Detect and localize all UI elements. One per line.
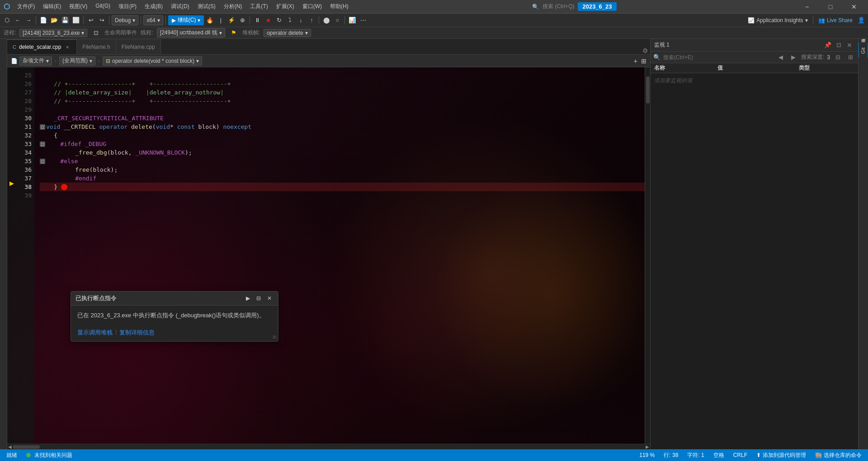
menu-project[interactable]: 项目(P): [115, 2, 140, 11]
frame-dropdown[interactable]: operator delete ▾: [264, 29, 311, 37]
thread-flag-icon[interactable]: ⚑: [229, 28, 239, 38]
tab-delete-scalar[interactable]: C delete_scalar.cpp ✕: [7, 39, 77, 54]
editor-hscrollbar[interactable]: ◀ ▶: [7, 444, 650, 449]
restart-icon[interactable]: ↻: [274, 15, 284, 25]
watch-search-input[interactable]: [663, 54, 773, 61]
step-into-icon[interactable]: ↓: [296, 15, 306, 25]
menu-debug[interactable]: 调试(D): [167, 2, 193, 11]
status-debug-label[interactable]: 就绪: [5, 452, 19, 459]
popup-show-stack-link[interactable]: 显示调用堆栈: [77, 329, 113, 337]
search-label[interactable]: 搜索 (Ctrl+Q): [542, 3, 574, 10]
toolbar-redo-icon[interactable]: ↪: [97, 15, 107, 25]
code-content[interactable]: // +------------------+ +---------------…: [34, 67, 645, 444]
status-char[interactable]: 字符: 1: [685, 452, 706, 459]
thread-chevron: ▾: [219, 30, 222, 36]
menu-test[interactable]: 测试(S): [194, 2, 219, 11]
lifecycle-icon[interactable]: ⊡: [91, 28, 101, 38]
debug-config-dropdown[interactable]: Debug ▾: [112, 15, 138, 25]
add-watch-icon[interactable]: +: [634, 57, 637, 65]
hscrollbar-right-btn[interactable]: ▶: [645, 444, 650, 450]
watch-search-prev[interactable]: ◀: [776, 52, 786, 62]
live-share-btn[interactable]: 👥 Live Share: [816, 17, 855, 24]
stop-icon[interactable]: ■: [263, 15, 273, 25]
platform-dropdown[interactable]: x64 ▾: [143, 15, 163, 25]
toolbar-forward-icon[interactable]: →: [24, 15, 33, 25]
watch-search-next[interactable]: ▶: [788, 52, 798, 62]
continue-button[interactable]: ▶ 继续(C) ▾: [168, 15, 204, 25]
toolbar-save-all-icon[interactable]: ⬜: [71, 15, 81, 25]
status-line[interactable]: 行: 38: [662, 452, 680, 459]
hscrollbar-thumb: [13, 445, 40, 449]
status-encoding[interactable]: CRLF: [731, 452, 749, 458]
menu-edit[interactable]: 编辑(E): [39, 2, 65, 11]
watch-add-item[interactable]: 添加要监视的项: [654, 75, 854, 86]
toolbar-sep-6: [250, 16, 250, 24]
fold-33[interactable]: □: [40, 141, 45, 147]
perf-profiler-icon[interactable]: ⚡: [226, 15, 236, 25]
watch-pin-btn[interactable]: 📌: [823, 40, 833, 50]
menu-file[interactable]: 文件(F): [14, 2, 38, 11]
minimize-button[interactable]: −: [797, 0, 817, 14]
no-breakpoint-icon[interactable]: ○: [332, 15, 342, 25]
toolbar-git-icon[interactable]: ⬡: [2, 15, 12, 25]
process-dropdown[interactable]: [24148] 2023_6_23.exe ▾: [19, 29, 87, 37]
menu-build[interactable]: 生成(B): [141, 2, 166, 11]
application-insights-btn[interactable]: 📈 Application Insights ▾: [745, 17, 810, 24]
tab-filename-h[interactable]: FileName.h: [77, 39, 116, 54]
menu-view[interactable]: 视图(V): [66, 2, 91, 11]
menu-extensions[interactable]: 扩展(X): [273, 2, 298, 11]
popup-copy-link[interactable]: 复制详细信息: [119, 329, 155, 337]
breakpoint-marker-38[interactable]: [61, 184, 67, 190]
editor-scrollbar[interactable]: [645, 67, 650, 444]
more-tools-icon[interactable]: ⋯: [358, 15, 368, 25]
popup-close-btn[interactable]: ✕: [265, 294, 274, 302]
popup-resize-handle[interactable]: ⊞: [273, 334, 276, 339]
diag-tools-icon[interactable]: 📊: [347, 15, 357, 25]
fold-35[interactable]: □: [40, 159, 45, 164]
attach-icon[interactable]: ⊕: [237, 15, 247, 25]
split-editor-icon[interactable]: ⊞: [641, 57, 646, 65]
toolbar-back-icon[interactable]: ←: [13, 15, 23, 25]
watch-close-btn[interactable]: ✕: [844, 40, 854, 50]
watch-detach-btn[interactable]: ⊡: [834, 40, 844, 50]
step-over-icon[interactable]: ⤵: [285, 15, 295, 25]
maximize-button[interactable]: □: [820, 0, 841, 14]
breakpoint-icon[interactable]: ⬤: [321, 15, 331, 25]
menu-tools[interactable]: 工具(T): [246, 2, 271, 11]
watch-body[interactable]: 添加要监视的项: [651, 73, 858, 449]
menu-help[interactable]: 帮助(H): [326, 2, 352, 11]
status-space[interactable]: 空格: [712, 452, 726, 459]
user-icon[interactable]: 👤: [856, 15, 866, 25]
toolbar-save-icon[interactable]: 💾: [60, 15, 70, 25]
watch-depth-icon[interactable]: ⊟: [833, 52, 843, 62]
file-type-dropdown[interactable]: 杂项文件 ▾: [19, 56, 52, 66]
watch-expand-icon[interactable]: ⊞: [845, 52, 855, 62]
tab-settings-icon[interactable]: ⚙: [642, 47, 648, 54]
popup-play-btn[interactable]: ▶: [244, 294, 252, 302]
status-issues[interactable]: 未找到相关问题: [24, 452, 74, 459]
menu-analyze[interactable]: 分析(N): [220, 2, 246, 11]
status-store-btn[interactable]: 🏬 选择仓库的命令: [813, 452, 863, 459]
hot-reload-icon[interactable]: 🔥: [205, 15, 215, 25]
code-editor[interactable]: ▶ 25 26 27 28 29 30 31 32 33 34 35 36 37…: [7, 67, 650, 444]
status-source-control[interactable]: ⬆ 添加到源代码管理: [755, 452, 808, 459]
fold-31[interactable]: □: [40, 124, 45, 130]
scope-dropdown[interactable]: (全局范围) ▾: [59, 56, 95, 66]
toolbar-undo-icon[interactable]: ↩: [86, 15, 96, 25]
sidebar-tab-git[interactable]: Git 更改: [858, 42, 868, 57]
thread-dropdown[interactable]: [24940] ucrtbased.dll 线 ▾: [157, 28, 225, 38]
close-button[interactable]: ✕: [844, 0, 864, 14]
status-right: 119 % 行: 38 字符: 1 空格 CRLF ⬆ 添加到源代码管理 🏬 选…: [637, 452, 863, 459]
menu-window[interactable]: 窗口(W): [299, 2, 326, 11]
pause-icon[interactable]: ⏸: [252, 15, 262, 25]
toolbar-open-icon[interactable]: 📂: [49, 15, 59, 25]
menu-git[interactable]: Git(G): [92, 2, 114, 11]
hscrollbar-left-btn[interactable]: ◀: [7, 444, 13, 450]
step-out-icon[interactable]: ↑: [307, 15, 316, 25]
tab-close-0[interactable]: ✕: [64, 43, 71, 51]
function-dropdown[interactable]: ⊟ operator delete(void * const block) ▾: [103, 56, 202, 66]
toolbar-new-icon[interactable]: 📄: [38, 15, 48, 25]
status-zoom[interactable]: 119 %: [637, 452, 656, 458]
popup-pin-btn[interactable]: ⊟: [255, 294, 263, 302]
tab-filename-cpp[interactable]: FileName.cpp: [116, 39, 161, 54]
